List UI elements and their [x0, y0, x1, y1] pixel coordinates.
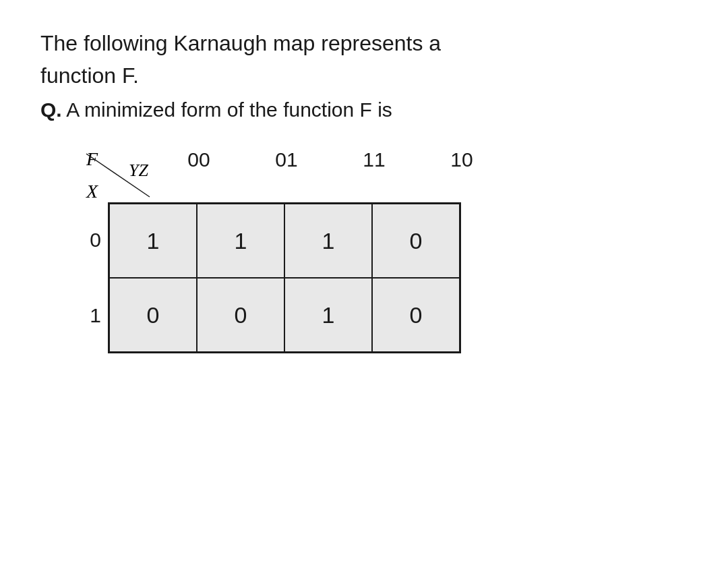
col-header-11: 11 — [330, 148, 418, 202]
kmap-row-labels: 0 1 — [81, 202, 108, 353]
cell-0-1: 1 — [197, 204, 284, 278]
question-paragraph: Q. A minimized form of the function F is — [40, 98, 688, 121]
question-text: A minimized form of the function F is — [62, 98, 392, 121]
page-container: The following Karnaugh map represents a … — [0, 0, 728, 380]
cell-0-2: 1 — [284, 204, 372, 278]
kmap-yz-label: YZ — [129, 160, 148, 181]
kmap-corner: F YZ X — [81, 148, 155, 202]
kmap-container: F YZ X 00 01 11 10 0 1 — [81, 148, 506, 353]
intro-line1: The following Karnaugh map represents a — [40, 31, 441, 55]
row-label-0: 0 — [81, 203, 108, 277]
cell-1-3: 0 — [372, 278, 460, 352]
intro-paragraph: The following Karnaugh map represents a … — [40, 27, 688, 92]
cell-0-0: 1 — [109, 204, 197, 278]
col-header-01: 01 — [243, 148, 330, 202]
cell-1-1: 0 — [197, 278, 284, 352]
cell-1-0: 0 — [109, 278, 197, 352]
cell-1-2: 1 — [284, 278, 372, 352]
kmap-grid: 1 1 1 0 0 0 1 0 — [108, 202, 461, 353]
kmap-x-label: X — [86, 181, 98, 202]
col-header-10: 10 — [418, 148, 506, 202]
row-label-1: 1 — [81, 279, 108, 353]
cell-0-3: 0 — [372, 204, 460, 278]
kmap-col-headers: 00 01 11 10 — [155, 148, 506, 202]
question-label: Q. — [40, 98, 62, 121]
col-header-00: 00 — [155, 148, 243, 202]
intro-line2: function F. — [40, 63, 139, 88]
kmap-body: 0 1 1 1 1 0 0 0 1 0 — [81, 202, 506, 353]
kmap-header-row: F YZ X 00 01 11 10 — [81, 148, 506, 202]
